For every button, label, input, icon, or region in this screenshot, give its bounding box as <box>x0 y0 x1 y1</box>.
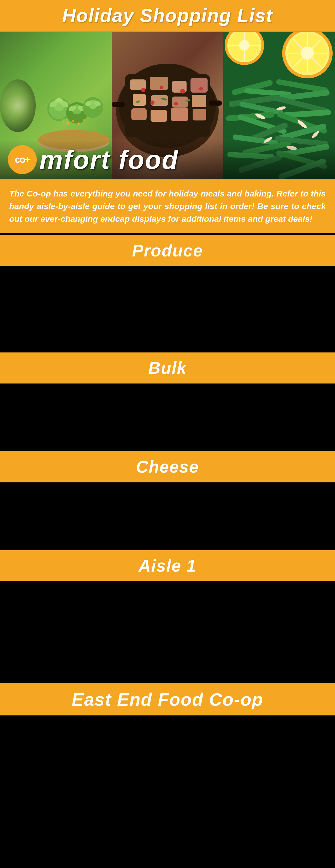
svg-rect-31 <box>192 95 206 107</box>
svg-point-7 <box>55 98 63 102</box>
svg-rect-46 <box>112 102 125 107</box>
svg-point-38 <box>180 89 185 94</box>
cheese-content-area <box>0 483 335 548</box>
svg-point-17 <box>72 120 74 122</box>
hero-composite: co+ mfort food <box>0 32 335 179</box>
aisle1-title: Aisle 1 <box>5 556 330 576</box>
bulk-title: Bulk <box>5 358 330 378</box>
description-text: The Co-op has everything you need for ho… <box>9 187 326 225</box>
hero-image-area: co+ mfort food <box>0 32 335 179</box>
svg-point-40 <box>150 100 155 105</box>
svg-rect-45 <box>209 100 222 106</box>
svg-point-36 <box>141 88 145 92</box>
footer-banner: East End Food Co-op <box>0 683 335 715</box>
svg-point-39 <box>199 87 203 91</box>
svg-rect-35 <box>193 109 206 121</box>
footer-title: East End Food Co-op <box>5 689 330 710</box>
coop-logo-text: co+ <box>15 154 30 165</box>
svg-point-20 <box>83 119 85 121</box>
svg-rect-25 <box>150 77 168 90</box>
header-banner: Holiday Shopping List <box>0 0 335 32</box>
svg-point-16 <box>66 122 69 125</box>
svg-rect-30 <box>172 96 188 107</box>
page-title: Holiday Shopping List <box>5 5 330 26</box>
bulk-section-header: Bulk <box>0 352 335 383</box>
cheese-title: Cheese <box>5 457 330 476</box>
bulk-content-area <box>0 383 335 449</box>
description-section: The Co-op has everything you need for ho… <box>0 179 335 233</box>
svg-point-18 <box>63 119 64 121</box>
svg-point-19 <box>77 122 80 125</box>
produce-section-header: Produce <box>0 235 335 266</box>
aisle1-section-header: Aisle 1 <box>0 550 335 581</box>
svg-rect-32 <box>131 108 146 120</box>
cheese-section-header: Cheese <box>0 452 335 483</box>
svg-rect-27 <box>191 78 208 93</box>
svg-point-41 <box>174 102 178 105</box>
comfort-food-text: mfort food <box>39 147 179 173</box>
svg-point-60 <box>239 40 249 51</box>
comfort-food-overlay: co+ mfort food <box>0 140 335 179</box>
page-wrapper: Holiday Shopping List <box>0 0 335 868</box>
produce-content-area <box>0 266 335 350</box>
aisle1-content-area <box>0 581 335 681</box>
svg-rect-34 <box>171 108 188 121</box>
coop-logo: co+ <box>8 145 37 174</box>
svg-point-37 <box>160 86 163 89</box>
svg-rect-33 <box>150 110 167 122</box>
produce-title: Produce <box>5 241 330 260</box>
svg-point-54 <box>301 46 314 60</box>
svg-rect-28 <box>133 94 146 106</box>
